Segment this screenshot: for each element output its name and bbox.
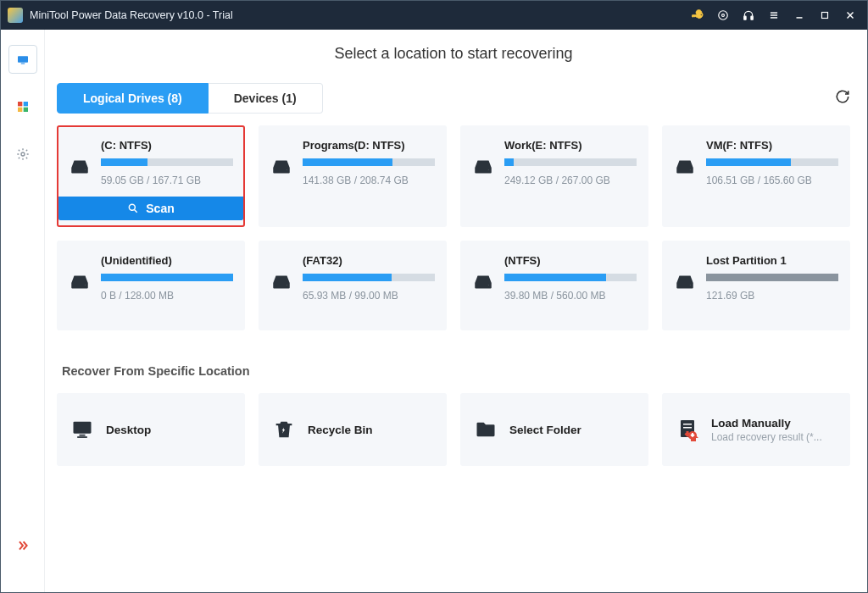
location-select-folder[interactable]: Select Folder	[460, 393, 648, 466]
svg-rect-20	[74, 422, 92, 434]
drive-label: VM(F: NTFS)	[706, 139, 838, 152]
svg-rect-16	[23, 108, 27, 112]
location-label: Desktop	[106, 424, 151, 436]
svg-point-1	[722, 14, 725, 17]
drive-card[interactable]: Lost Partition 1 121.69 GB	[662, 241, 850, 330]
drive-size: 0 B / 128.00 MB	[101, 290, 233, 302]
sidebar	[1, 30, 45, 592]
location-load-manually[interactable]: Load Manually Load recovery result (*...	[662, 393, 850, 466]
section-title: Recover From Specific Location	[62, 364, 850, 378]
drive-icon	[270, 156, 292, 178]
refresh-button[interactable]	[835, 89, 850, 108]
svg-rect-22	[77, 436, 87, 438]
svg-rect-13	[18, 102, 22, 106]
locations-grid: Desktop Recycle Bin Select Folder Load M…	[57, 393, 850, 466]
drive-size: 106.51 GB / 165.60 GB	[706, 175, 838, 186]
sidebar-recovery-button[interactable]	[8, 45, 37, 74]
drive-card[interactable]: (FAT32) 65.93 MB / 99.00 MB	[259, 241, 447, 330]
drive-card[interactable]: Work(E: NTFS) 249.12 GB / 267.00 GB	[460, 125, 648, 227]
tab-logical-drives[interactable]: Logical Drives (8)	[57, 83, 209, 114]
drive-icon	[69, 156, 91, 178]
desktop-icon	[70, 418, 94, 441]
drive-card[interactable]: Programs(D: NTFS) 141.38 GB / 208.74 GB	[259, 125, 447, 227]
drive-label: Programs(D: NTFS)	[303, 139, 435, 152]
drive-size: 39.80 MB / 560.00 MB	[504, 290, 637, 302]
svg-rect-15	[18, 108, 22, 112]
drive-size: 65.93 MB / 99.00 MB	[303, 290, 435, 302]
minimize-icon[interactable]	[789, 5, 810, 25]
drive-label: (FAT32)	[303, 254, 435, 267]
svg-line-19	[135, 209, 137, 212]
drive-card[interactable]: (C: NTFS) 59.05 GB / 167.71 GB Scan	[57, 125, 245, 227]
svg-point-17	[21, 152, 25, 156]
drive-icon	[674, 156, 696, 178]
drive-size: 121.69 GB	[706, 290, 838, 302]
svg-rect-14	[23, 102, 27, 106]
usage-bar	[706, 274, 838, 281]
folder-icon	[474, 418, 498, 441]
close-icon[interactable]	[840, 5, 860, 25]
usage-bar	[706, 158, 838, 166]
sidebar-settings-button[interactable]	[8, 140, 37, 169]
location-recycle-bin[interactable]: Recycle Bin	[259, 393, 447, 466]
usage-bar	[504, 158, 637, 166]
drives-grid: (C: NTFS) 59.05 GB / 167.71 GB Scan Prog…	[57, 125, 850, 330]
key-icon[interactable]	[687, 5, 708, 25]
svg-rect-11	[18, 56, 28, 63]
location-subtitle: Load recovery result (*...	[711, 431, 822, 443]
recycle-bin-icon	[272, 418, 296, 441]
scan-label: Scan	[146, 202, 174, 215]
drive-icon	[270, 271, 292, 293]
svg-point-18	[130, 204, 136, 210]
sidebar-apps-button[interactable]	[8, 92, 37, 121]
usage-bar	[101, 274, 233, 281]
drive-label: Work(E: NTFS)	[504, 139, 637, 152]
drive-card[interactable]: (NTFS) 39.80 MB / 560.00 MB	[460, 241, 648, 330]
svg-rect-12	[20, 64, 25, 64]
drive-card[interactable]: VM(F: NTFS) 106.51 GB / 165.60 GB	[662, 125, 850, 227]
drive-icon	[472, 156, 494, 178]
svg-rect-2	[744, 16, 746, 19]
drive-label: (NTFS)	[504, 254, 637, 267]
drive-size: 59.05 GB / 167.71 GB	[101, 175, 233, 186]
page-title: Select a location to start recovering	[57, 45, 850, 63]
app-logo-icon	[8, 8, 23, 23]
location-label: Recycle Bin	[308, 424, 373, 436]
tab-devices[interactable]: Devices (1)	[209, 83, 323, 114]
drive-icon	[472, 271, 494, 293]
svg-rect-3	[751, 16, 753, 19]
drive-icon	[674, 271, 696, 293]
location-label: Load Manually	[711, 417, 822, 430]
menu-icon[interactable]	[764, 5, 784, 25]
drive-card[interactable]: (Unidentified) 0 B / 128.00 MB	[57, 241, 245, 330]
location-label: Select Folder	[509, 424, 581, 436]
headphones-icon[interactable]	[738, 5, 759, 25]
scan-button[interactable]: Scan	[58, 197, 243, 220]
drive-size: 249.12 GB / 267.00 GB	[504, 175, 637, 186]
window-title: MiniTool Power Data Recovery v10.0 - Tri…	[30, 9, 687, 21]
drive-size: 141.38 GB / 208.74 GB	[303, 175, 435, 186]
svg-rect-24	[683, 424, 692, 425]
svg-rect-21	[80, 435, 86, 436]
drive-icon	[69, 271, 91, 293]
maximize-icon[interactable]	[815, 5, 835, 25]
disc-icon[interactable]	[713, 5, 733, 25]
drive-label: (C: NTFS)	[101, 139, 233, 152]
svg-rect-25	[683, 427, 692, 429]
sidebar-expand-button[interactable]	[8, 531, 37, 560]
svg-rect-8	[822, 13, 828, 19]
svg-point-0	[719, 11, 728, 20]
usage-bar	[303, 274, 435, 281]
usage-bar	[101, 158, 233, 166]
usage-bar	[504, 274, 637, 281]
usage-bar	[303, 158, 435, 166]
drive-label: (Unidentified)	[101, 254, 233, 267]
drive-label: Lost Partition 1	[706, 254, 838, 267]
titlebar: MiniTool Power Data Recovery v10.0 - Tri…	[1, 1, 867, 30]
location-desktop[interactable]: Desktop	[57, 393, 245, 466]
tabs-row: Logical Drives (8) Devices (1)	[57, 83, 850, 114]
load-manually-icon	[676, 418, 699, 441]
